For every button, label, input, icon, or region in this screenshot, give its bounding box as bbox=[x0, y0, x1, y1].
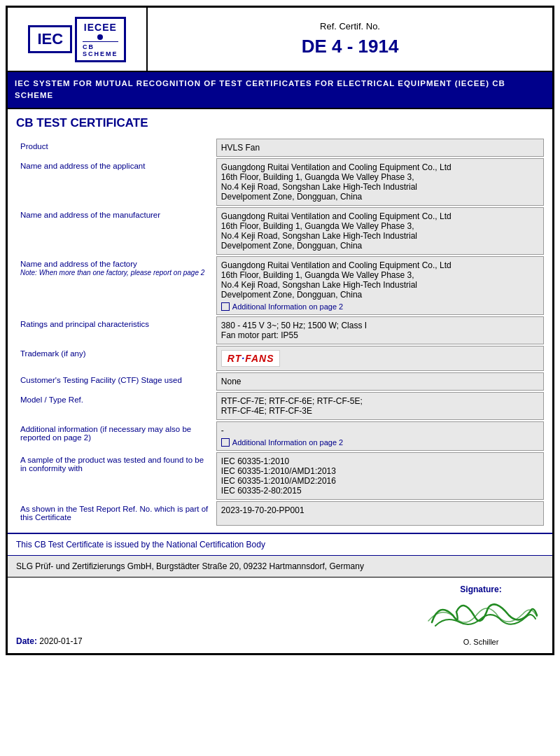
field-value-ctf: None bbox=[216, 372, 543, 390]
field-value-conformity: IEC 60335-1:2010 IEC 60335-1:2010/AMD1:2… bbox=[216, 452, 543, 499]
table-row: Name and address of the factory Note: Wh… bbox=[16, 256, 544, 314]
table-row: Ratings and principal characteristics 38… bbox=[16, 316, 544, 344]
factory-additional-link[interactable]: Additional Information on page 2 bbox=[221, 302, 539, 311]
additional-link-text: Additional Information on page 2 bbox=[232, 438, 343, 447]
field-value-model: RTF-CF-7E; RTF-CF-6E; RTF-CF-5E; RTF-CF-… bbox=[216, 392, 543, 419]
table-row: Model / Type Ref. RTF-CF-7E; RTF-CF-6E; … bbox=[16, 392, 544, 419]
field-label-applicant: Name and address of the applicant bbox=[16, 158, 216, 205]
rt-fans-logo: RT·FANS bbox=[221, 350, 281, 367]
content-table: Product HVLS Fan Name and address of the… bbox=[16, 139, 544, 526]
field-value-trademark: RT·FANS bbox=[216, 346, 543, 370]
table-row: Trademark (if any) RT·FANS bbox=[16, 346, 544, 370]
field-value-ratings: 380 - 415 V 3~; 50 Hz; 1500 W; Class I F… bbox=[216, 316, 543, 344]
field-label-product: Product bbox=[16, 139, 216, 156]
main-content: CB TEST CERTIFICATE Product HVLS Fan Nam… bbox=[8, 109, 552, 533]
table-row: Product HVLS Fan bbox=[16, 139, 544, 156]
iecee-box: IECEE CBSCHEME bbox=[75, 17, 126, 62]
field-label-ratings: Ratings and principal characteristics bbox=[16, 316, 216, 344]
dot-row bbox=[97, 34, 103, 40]
cert-number: DE 4 - 1914 bbox=[302, 36, 399, 57]
table-row: As shown in the Test Report Ref. No. whi… bbox=[16, 501, 544, 525]
cert-title: CB TEST CERTIFICATE bbox=[16, 116, 544, 130]
signature-svg bbox=[418, 594, 544, 636]
table-row: Name and address of the manufacturer Gua… bbox=[16, 207, 544, 254]
date-label: Date: bbox=[16, 636, 37, 646]
checkbox-icon-2 bbox=[221, 438, 230, 447]
field-value-applicant: Guangdong Ruitai Ventilation and Cooling… bbox=[216, 158, 543, 205]
field-value-manufacturer: Guangdong Ruitai Ventilation and Cooling… bbox=[216, 207, 543, 254]
cert-ref-section: Ref. Certif. No. DE 4 - 1914 bbox=[148, 8, 552, 71]
ref-label: Ref. Certif. No. bbox=[320, 21, 380, 31]
footer-sign: Date: 2020-01-17 Signature: O. Schiller bbox=[8, 578, 552, 653]
logo-section: IEC IECEE CBSCHEME bbox=[8, 8, 148, 71]
field-label-additional: Additional information (if necessary may… bbox=[16, 421, 216, 450]
blue-banner: IEC SYSTEM FOR MUTUAL RECOGNITION OF TES… bbox=[8, 72, 552, 109]
footer-cert-body: This CB Test Certificate is issued by th… bbox=[8, 533, 552, 556]
iecee-text: IECEE bbox=[84, 22, 117, 33]
field-value-test-report: 2023-19-70-20-PP001 bbox=[216, 501, 543, 525]
field-label-ctf: Customer's Testing Facility (CTF) Stage … bbox=[16, 372, 216, 390]
field-value-factory: Guangdong Ruitai Ventilation and Cooling… bbox=[216, 256, 543, 314]
cb-scheme-text: CBSCHEME bbox=[83, 41, 118, 57]
signature-area: Signature: O. Schiller bbox=[418, 584, 544, 646]
table-row: Name and address of the applicant Guangd… bbox=[16, 158, 544, 205]
certificate-container: IEC IECEE CBSCHEME Ref. Certif. No. DE 4… bbox=[6, 6, 554, 655]
field-label-factory: Name and address of the factory Note: Wh… bbox=[16, 256, 216, 314]
date-value: 2020-01-17 bbox=[39, 636, 82, 646]
date-area: Date: 2020-01-17 bbox=[16, 636, 83, 646]
field-label-manufacturer: Name and address of the manufacturer bbox=[16, 207, 216, 254]
table-row: A sample of the product was tested and f… bbox=[16, 452, 544, 499]
dot-icon bbox=[97, 34, 103, 40]
table-row: Customer's Testing Facility (CTF) Stage … bbox=[16, 372, 544, 390]
additional-info-link[interactable]: Additional Information on page 2 bbox=[221, 438, 539, 447]
factory-note: Note: When more than one factory, please… bbox=[20, 269, 204, 276]
checkbox-icon bbox=[221, 302, 230, 311]
footer-org: SLG Prüf- und Zertifizierungs GmbH, Burg… bbox=[8, 556, 552, 578]
signer-name: O. Schiller bbox=[463, 638, 499, 646]
field-value-additional: - Additional Information on page 2 bbox=[216, 421, 543, 450]
table-row: Additional information (if necessary may… bbox=[16, 421, 544, 450]
iec-text: IEC bbox=[28, 25, 72, 53]
field-label-test-report: As shown in the Test Report Ref. No. whi… bbox=[16, 501, 216, 525]
header: IEC IECEE CBSCHEME Ref. Certif. No. DE 4… bbox=[8, 8, 552, 72]
field-label-trademark: Trademark (if any) bbox=[16, 346, 216, 370]
signature-label: Signature: bbox=[460, 584, 501, 594]
field-label-model: Model / Type Ref. bbox=[16, 392, 216, 419]
dot-separator: · bbox=[241, 353, 245, 364]
field-label-conformity: A sample of the product was tested and f… bbox=[16, 452, 216, 499]
factory-link-text: Additional Information on page 2 bbox=[232, 302, 343, 311]
iec-logo: IEC IECEE CBSCHEME bbox=[28, 17, 125, 62]
field-value-product: HVLS Fan bbox=[216, 139, 543, 156]
